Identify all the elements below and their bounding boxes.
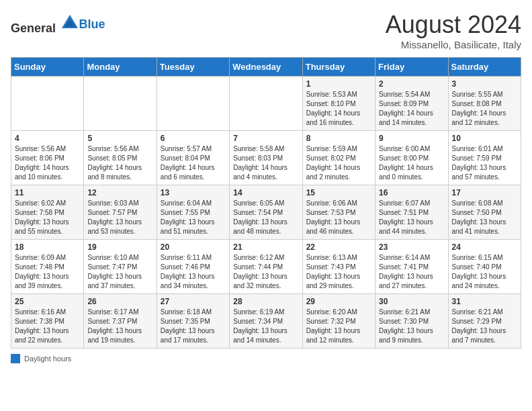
day-info: Sunrise: 6:06 AM Sunset: 7:53 PM Dayligh… — [306, 199, 361, 235]
calendar-cell: 23Sunrise: 6:14 AM Sunset: 7:41 PM Dayli… — [375, 240, 448, 294]
day-info: Sunrise: 6:07 AM Sunset: 7:51 PM Dayligh… — [379, 199, 433, 235]
day-number: 28 — [233, 297, 298, 306]
day-number: 19 — [87, 242, 152, 252]
day-number: 14 — [233, 188, 298, 197]
calendar-week-row: 11Sunrise: 6:02 AM Sunset: 7:58 PM Dayli… — [11, 185, 521, 240]
day-header-monday: Monday — [84, 58, 157, 77]
day-number: 18 — [15, 242, 80, 252]
day-info: Sunrise: 6:12 AM Sunset: 7:44 PM Dayligh… — [233, 254, 287, 289]
calendar-cell: 26Sunrise: 6:17 AM Sunset: 7:37 PM Dayli… — [84, 294, 157, 349]
day-info: Sunrise: 6:20 AM Sunset: 7:32 PM Dayligh… — [306, 308, 361, 344]
day-info: Sunrise: 6:14 AM Sunset: 7:41 PM Dayligh… — [379, 254, 433, 289]
day-number: 17 — [452, 188, 517, 197]
day-number: 4 — [15, 134, 80, 143]
day-info: Sunrise: 5:54 AM Sunset: 8:09 PM Dayligh… — [379, 91, 433, 126]
day-header-sunday: Sunday — [11, 58, 84, 77]
calendar-week-row: 25Sunrise: 6:16 AM Sunset: 7:38 PM Dayli… — [11, 294, 521, 349]
day-number: 6 — [161, 134, 226, 143]
day-info: Sunrise: 6:00 AM Sunset: 8:00 PM Dayligh… — [379, 145, 433, 181]
day-number: 26 — [87, 297, 152, 306]
day-info: Sunrise: 5:58 AM Sunset: 8:03 PM Dayligh… — [233, 145, 287, 181]
calendar-cell: 25Sunrise: 6:16 AM Sunset: 7:38 PM Dayli… — [11, 294, 84, 349]
calendar-cell — [157, 77, 229, 131]
day-info: Sunrise: 6:02 AM Sunset: 7:58 PM Dayligh… — [15, 199, 69, 235]
day-info: Sunrise: 6:19 AM Sunset: 7:34 PM Dayligh… — [233, 308, 287, 344]
day-number: 12 — [87, 188, 152, 197]
calendar-cell: 6Sunrise: 5:57 AM Sunset: 8:04 PM Daylig… — [157, 131, 229, 185]
day-number: 15 — [306, 188, 371, 197]
legend-label: Daylight hours — [24, 355, 71, 363]
day-info: Sunrise: 6:03 AM Sunset: 7:57 PM Dayligh… — [87, 199, 142, 235]
day-info: Sunrise: 6:04 AM Sunset: 7:55 PM Dayligh… — [161, 199, 215, 235]
day-number: 8 — [306, 134, 371, 143]
calendar-cell: 5Sunrise: 5:56 AM Sunset: 8:05 PM Daylig… — [84, 131, 157, 185]
legend-box — [11, 354, 20, 363]
calendar-cell: 27Sunrise: 6:18 AM Sunset: 7:35 PM Dayli… — [157, 294, 229, 349]
day-header-friday: Friday — [375, 58, 448, 77]
legend: Daylight hours — [11, 354, 521, 363]
day-header-thursday: Thursday — [302, 58, 375, 77]
day-info: Sunrise: 5:56 AM Sunset: 8:06 PM Dayligh… — [15, 145, 69, 181]
calendar-cell: 10Sunrise: 6:01 AM Sunset: 7:59 PM Dayli… — [448, 131, 521, 185]
day-info: Sunrise: 6:15 AM Sunset: 7:40 PM Dayligh… — [452, 254, 506, 289]
calendar-cell: 31Sunrise: 6:21 AM Sunset: 7:29 PM Dayli… — [448, 294, 521, 349]
header: General Blue August 2024 Missanello, Bas… — [11, 11, 521, 50]
day-info: Sunrise: 6:10 AM Sunset: 7:47 PM Dayligh… — [87, 254, 142, 289]
calendar-cell: 18Sunrise: 6:09 AM Sunset: 7:48 PM Dayli… — [11, 240, 84, 294]
calendar-cell — [11, 77, 84, 131]
calendar-cell: 28Sunrise: 6:19 AM Sunset: 7:34 PM Dayli… — [230, 294, 302, 349]
day-info: Sunrise: 5:55 AM Sunset: 8:08 PM Dayligh… — [452, 91, 506, 126]
calendar-cell: 21Sunrise: 6:12 AM Sunset: 7:44 PM Dayli… — [230, 240, 302, 294]
day-info: Sunrise: 6:05 AM Sunset: 7:54 PM Dayligh… — [233, 199, 287, 235]
calendar-cell: 13Sunrise: 6:04 AM Sunset: 7:55 PM Dayli… — [157, 185, 229, 240]
calendar-cell: 8Sunrise: 5:59 AM Sunset: 8:02 PM Daylig… — [302, 131, 375, 185]
day-info: Sunrise: 5:56 AM Sunset: 8:05 PM Dayligh… — [87, 145, 142, 181]
calendar-cell: 2Sunrise: 5:54 AM Sunset: 8:09 PM Daylig… — [375, 77, 448, 131]
logo-general: General — [11, 21, 56, 35]
calendar-cell: 7Sunrise: 5:58 AM Sunset: 8:03 PM Daylig… — [230, 131, 302, 185]
calendar-cell — [230, 77, 302, 131]
day-info: Sunrise: 6:11 AM Sunset: 7:46 PM Dayligh… — [161, 254, 215, 289]
calendar-week-row: 18Sunrise: 6:09 AM Sunset: 7:48 PM Dayli… — [11, 240, 521, 294]
day-number: 29 — [306, 297, 371, 306]
day-number: 23 — [379, 242, 444, 252]
day-number: 30 — [379, 297, 444, 306]
calendar-cell: 19Sunrise: 6:10 AM Sunset: 7:47 PM Dayli… — [84, 240, 157, 294]
calendar-cell: 3Sunrise: 5:55 AM Sunset: 8:08 PM Daylig… — [448, 77, 521, 131]
calendar-header-row: SundayMondayTuesdayWednesdayThursdayFrid… — [11, 58, 521, 77]
day-info: Sunrise: 6:16 AM Sunset: 7:38 PM Dayligh… — [15, 308, 69, 344]
day-info: Sunrise: 5:59 AM Sunset: 8:02 PM Dayligh… — [306, 145, 361, 181]
day-number: 2 — [379, 79, 444, 89]
calendar-cell: 20Sunrise: 6:11 AM Sunset: 7:46 PM Dayli… — [157, 240, 229, 294]
day-number: 10 — [452, 134, 517, 143]
calendar-cell: 14Sunrise: 6:05 AM Sunset: 7:54 PM Dayli… — [230, 185, 302, 240]
subtitle: Missanello, Basilicate, Italy — [386, 39, 521, 50]
calendar-cell: 29Sunrise: 6:20 AM Sunset: 7:32 PM Dayli… — [302, 294, 375, 349]
day-header-wednesday: Wednesday — [230, 58, 302, 77]
day-number: 21 — [233, 242, 298, 252]
day-number: 9 — [379, 134, 444, 143]
calendar-cell: 1Sunrise: 5:53 AM Sunset: 8:10 PM Daylig… — [302, 77, 375, 131]
calendar-cell: 15Sunrise: 6:06 AM Sunset: 7:53 PM Dayli… — [302, 185, 375, 240]
day-header-tuesday: Tuesday — [157, 58, 229, 77]
day-info: Sunrise: 6:09 AM Sunset: 7:48 PM Dayligh… — [15, 254, 69, 289]
day-info: Sunrise: 6:08 AM Sunset: 7:50 PM Dayligh… — [452, 199, 506, 235]
calendar-cell: 22Sunrise: 6:13 AM Sunset: 7:43 PM Dayli… — [302, 240, 375, 294]
logo-icon — [60, 13, 79, 32]
day-info: Sunrise: 6:13 AM Sunset: 7:43 PM Dayligh… — [306, 254, 361, 289]
day-header-saturday: Saturday — [448, 58, 521, 77]
day-info: Sunrise: 6:17 AM Sunset: 7:37 PM Dayligh… — [87, 308, 142, 344]
calendar-cell: 30Sunrise: 6:21 AM Sunset: 7:30 PM Dayli… — [375, 294, 448, 349]
day-number: 22 — [306, 242, 371, 252]
day-number: 13 — [161, 188, 226, 197]
calendar-cell — [84, 77, 157, 131]
calendar-cell: 17Sunrise: 6:08 AM Sunset: 7:50 PM Dayli… — [448, 185, 521, 240]
day-info: Sunrise: 6:21 AM Sunset: 7:29 PM Dayligh… — [452, 308, 506, 344]
day-number: 31 — [452, 297, 517, 306]
calendar-cell: 11Sunrise: 6:02 AM Sunset: 7:58 PM Dayli… — [11, 185, 84, 240]
day-number: 5 — [87, 134, 152, 143]
day-number: 16 — [379, 188, 444, 197]
calendar-cell: 16Sunrise: 6:07 AM Sunset: 7:51 PM Dayli… — [375, 185, 448, 240]
day-info: Sunrise: 6:01 AM Sunset: 7:59 PM Dayligh… — [452, 145, 506, 181]
logo: General Blue — [11, 13, 105, 36]
